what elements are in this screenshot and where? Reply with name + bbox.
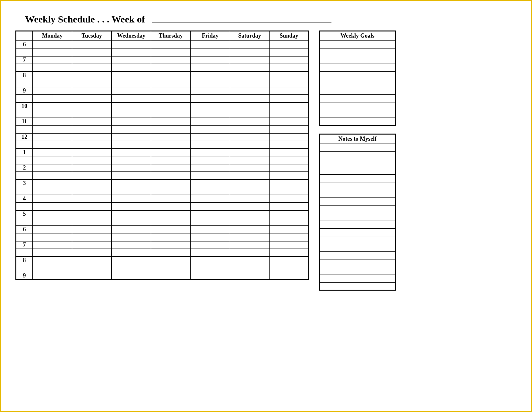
goals-line[interactable] xyxy=(320,72,396,79)
notes-line[interactable] xyxy=(320,175,396,182)
schedule-cell[interactable] xyxy=(72,233,112,241)
schedule-cell[interactable] xyxy=(33,172,72,180)
schedule-cell[interactable] xyxy=(112,56,151,64)
schedule-cell[interactable] xyxy=(33,141,72,149)
schedule-cell[interactable] xyxy=(270,226,309,233)
schedule-cell[interactable] xyxy=(151,141,191,149)
schedule-cell[interactable] xyxy=(270,241,309,249)
schedule-cell[interactable] xyxy=(151,48,191,56)
schedule-cell[interactable] xyxy=(270,164,309,172)
schedule-cell[interactable] xyxy=(151,172,191,180)
schedule-cell[interactable] xyxy=(112,133,151,141)
schedule-cell[interactable] xyxy=(72,249,112,257)
schedule-cell[interactable] xyxy=(72,41,112,48)
schedule-cell[interactable] xyxy=(72,164,112,172)
schedule-cell[interactable] xyxy=(230,249,270,257)
schedule-cell[interactable] xyxy=(191,218,230,226)
schedule-cell[interactable] xyxy=(112,195,151,203)
schedule-cell[interactable] xyxy=(270,118,309,126)
schedule-cell[interactable] xyxy=(112,79,151,87)
schedule-cell[interactable] xyxy=(151,64,191,72)
schedule-cell[interactable] xyxy=(33,233,72,241)
notes-line[interactable] xyxy=(320,159,396,167)
schedule-cell[interactable] xyxy=(191,110,230,118)
schedule-cell[interactable] xyxy=(112,64,151,72)
schedule-cell[interactable] xyxy=(191,195,230,203)
schedule-cell[interactable] xyxy=(270,272,309,280)
schedule-cell[interactable] xyxy=(270,195,309,203)
schedule-cell[interactable] xyxy=(230,180,270,187)
schedule-cell[interactable] xyxy=(230,218,270,226)
notes-line[interactable] xyxy=(320,283,396,290)
schedule-cell[interactable] xyxy=(191,203,230,210)
schedule-cell[interactable] xyxy=(191,149,230,156)
schedule-cell[interactable] xyxy=(191,79,230,87)
schedule-cell[interactable] xyxy=(33,126,72,133)
schedule-cell[interactable] xyxy=(270,264,309,272)
schedule-cell[interactable] xyxy=(191,172,230,180)
schedule-cell[interactable] xyxy=(112,164,151,172)
schedule-cell[interactable] xyxy=(33,110,72,118)
schedule-cell[interactable] xyxy=(112,272,151,280)
schedule-cell[interactable] xyxy=(72,195,112,203)
schedule-cell[interactable] xyxy=(112,203,151,210)
schedule-cell[interactable] xyxy=(112,41,151,48)
schedule-cell[interactable] xyxy=(33,226,72,233)
schedule-cell[interactable] xyxy=(270,79,309,87)
schedule-cell[interactable] xyxy=(230,118,270,126)
schedule-cell[interactable] xyxy=(151,218,191,226)
schedule-cell[interactable] xyxy=(270,126,309,133)
schedule-cell[interactable] xyxy=(230,110,270,118)
notes-line[interactable] xyxy=(320,244,396,252)
schedule-cell[interactable] xyxy=(270,133,309,141)
schedule-cell[interactable] xyxy=(112,210,151,218)
schedule-cell[interactable] xyxy=(33,241,72,249)
schedule-cell[interactable] xyxy=(270,156,309,164)
schedule-cell[interactable] xyxy=(270,56,309,64)
schedule-cell[interactable] xyxy=(230,102,270,110)
schedule-cell[interactable] xyxy=(33,195,72,203)
schedule-cell[interactable] xyxy=(270,72,309,79)
schedule-cell[interactable] xyxy=(191,156,230,164)
schedule-cell[interactable] xyxy=(230,156,270,164)
schedule-cell[interactable] xyxy=(191,210,230,218)
schedule-cell[interactable] xyxy=(72,95,112,102)
schedule-cell[interactable] xyxy=(33,72,72,79)
schedule-cell[interactable] xyxy=(33,210,72,218)
notes-line[interactable] xyxy=(320,259,396,267)
schedule-cell[interactable] xyxy=(230,241,270,249)
schedule-cell[interactable] xyxy=(72,133,112,141)
schedule-cell[interactable] xyxy=(191,141,230,149)
schedule-cell[interactable] xyxy=(151,95,191,102)
schedule-cell[interactable] xyxy=(72,172,112,180)
schedule-cell[interactable] xyxy=(191,180,230,187)
schedule-cell[interactable] xyxy=(230,87,270,95)
schedule-cell[interactable] xyxy=(33,118,72,126)
schedule-cell[interactable] xyxy=(191,164,230,172)
notes-line[interactable] xyxy=(320,252,396,259)
schedule-cell[interactable] xyxy=(151,203,191,210)
schedule-cell[interactable] xyxy=(72,56,112,64)
schedule-cell[interactable] xyxy=(230,257,270,264)
schedule-cell[interactable] xyxy=(151,110,191,118)
schedule-cell[interactable] xyxy=(151,102,191,110)
schedule-cell[interactable] xyxy=(33,218,72,226)
schedule-cell[interactable] xyxy=(33,272,72,280)
schedule-cell[interactable] xyxy=(191,249,230,257)
notes-line[interactable] xyxy=(320,267,396,275)
schedule-cell[interactable] xyxy=(33,133,72,141)
schedule-cell[interactable] xyxy=(112,264,151,272)
schedule-cell[interactable] xyxy=(72,180,112,187)
schedule-cell[interactable] xyxy=(230,172,270,180)
schedule-cell[interactable] xyxy=(191,233,230,241)
schedule-cell[interactable] xyxy=(112,241,151,249)
schedule-cell[interactable] xyxy=(191,257,230,264)
notes-line[interactable] xyxy=(320,275,396,283)
schedule-cell[interactable] xyxy=(112,102,151,110)
schedule-cell[interactable] xyxy=(151,126,191,133)
schedule-cell[interactable] xyxy=(72,272,112,280)
schedule-cell[interactable] xyxy=(270,233,309,241)
schedule-cell[interactable] xyxy=(230,210,270,218)
goals-line[interactable] xyxy=(320,64,396,72)
schedule-cell[interactable] xyxy=(72,210,112,218)
